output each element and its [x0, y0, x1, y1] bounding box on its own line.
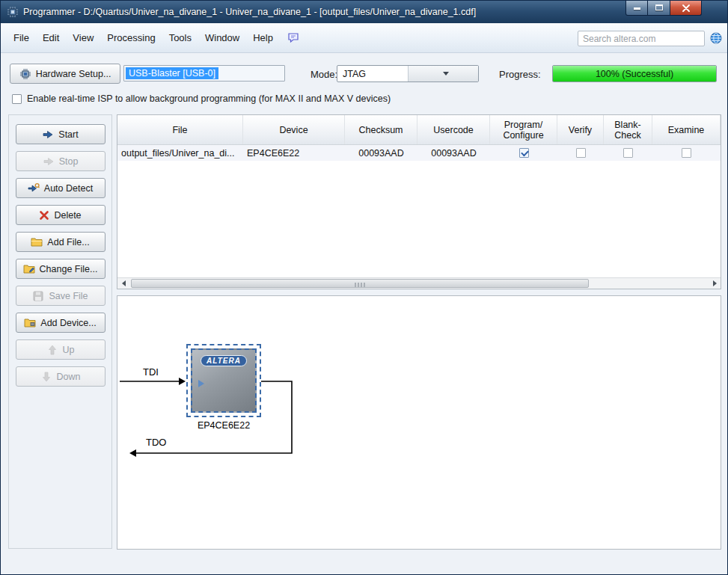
col-device[interactable]: Device: [243, 115, 345, 144]
add-file-button[interactable]: Add File...: [16, 232, 105, 252]
menu-window[interactable]: Window: [198, 29, 246, 46]
search-input[interactable]: [578, 31, 705, 46]
play-triangle-icon: [198, 380, 204, 387]
hardware-chip-icon: [19, 68, 31, 80]
feedback-bubble-icon[interactable]: [287, 32, 299, 43]
horizontal-scrollbar[interactable]: [117, 277, 721, 289]
stop-icon: [43, 156, 55, 167]
blank-check-checkbox[interactable]: [623, 148, 633, 158]
menu-help[interactable]: Help: [246, 29, 280, 46]
mode-label: Mode:: [311, 69, 337, 80]
hardware-setup-label: Hardware Setup...: [36, 69, 111, 79]
change-file-icon: [23, 263, 35, 275]
scrollbar-thumb[interactable]: [131, 279, 589, 288]
save-file-icon: [32, 290, 44, 302]
isp-row: Enable real-time ISP to allow background…: [12, 93, 391, 104]
examine-checkbox[interactable]: [682, 148, 691, 158]
menu-edit[interactable]: Edit: [36, 29, 66, 46]
programmer-window: Programmer - D:/Quartus/Univer_na_divane…: [0, 0, 728, 575]
close-button[interactable]: [670, 1, 702, 16]
change-file-label: Change File...: [40, 264, 98, 274]
maximize-button[interactable]: [648, 1, 670, 16]
add-device-label: Add Device...: [40, 318, 96, 328]
cell-checksum: 00093AAD: [345, 145, 417, 161]
col-verify[interactable]: Verify: [557, 115, 604, 144]
up-label: Up: [63, 345, 75, 355]
window-controls: [625, 1, 702, 16]
sidebar: Start Stop Auto Detect Delete Add File..…: [8, 114, 112, 549]
add-file-icon: [31, 236, 43, 248]
start-button[interactable]: Start: [16, 124, 105, 144]
scroll-right-arrow[interactable]: [709, 278, 721, 289]
auto-detect-button[interactable]: Auto Detect: [16, 178, 105, 198]
add-device-icon: [24, 317, 36, 329]
menu-file[interactable]: File: [7, 29, 36, 46]
cell-usercode: 00093AAD: [417, 145, 490, 161]
tdi-label: TDI: [143, 366, 159, 378]
hardware-field: USB-Blaster [USB-0]: [123, 65, 285, 82]
device-chip[interactable]: ALTERA: [186, 344, 261, 417]
close-icon: [682, 4, 690, 12]
chip-name: EP4CE6E22: [171, 420, 276, 431]
hardware-value: USB-Blaster [USB-0]: [126, 67, 218, 79]
mode-select[interactable]: JTAG: [337, 65, 479, 82]
save-file-button[interactable]: Save File: [16, 286, 105, 306]
minimize-icon: [634, 7, 640, 10]
stop-button[interactable]: Stop: [16, 151, 105, 171]
auto-detect-label: Auto Detect: [44, 183, 93, 194]
tdo-label: TDO: [146, 437, 166, 448]
col-examine[interactable]: Examine: [652, 115, 721, 144]
add-file-label: Add File...: [47, 237, 89, 247]
jtag-chain-panel: TDI TDO ALTERA EP4CE6E22: [117, 295, 721, 550]
chevron-down-icon[interactable]: [408, 66, 479, 82]
verify-checkbox[interactable]: [576, 148, 586, 158]
progress-text: 100% (Successful): [596, 69, 673, 79]
delete-icon: [39, 210, 49, 221]
col-file[interactable]: File: [117, 115, 243, 144]
minimize-button[interactable]: [625, 1, 648, 16]
change-file-button[interactable]: Change File...: [16, 259, 105, 279]
cell-device: EP4CE6E22: [243, 145, 345, 161]
app-icon: [7, 6, 19, 18]
program-configure-checkbox[interactable]: [519, 148, 529, 158]
stop-label: Stop: [59, 156, 79, 167]
start-label: Start: [58, 129, 78, 140]
isp-label: Enable real-time ISP to allow background…: [27, 93, 391, 104]
save-file-label: Save File: [49, 291, 88, 301]
scrollbar-grip-icon: [355, 283, 365, 287]
globe-icon[interactable]: [710, 32, 722, 47]
col-checksum[interactable]: Checksum: [345, 115, 417, 144]
menu-tools[interactable]: Tools: [162, 29, 198, 46]
add-device-button[interactable]: Add Device...: [16, 313, 105, 333]
progress-fill: 100% (Successful): [553, 66, 716, 82]
mode-value: JTAG: [337, 69, 408, 79]
progress-bar: 100% (Successful): [552, 65, 717, 82]
window-title: Programmer - D:/Quartus/Univer_na_divane…: [23, 7, 476, 17]
auto-detect-icon: [28, 182, 40, 194]
table-header: File Device Checksum Usercode Program/ C…: [117, 115, 721, 145]
down-icon: [40, 371, 52, 383]
menu-view[interactable]: View: [66, 29, 100, 46]
isp-checkbox[interactable]: [12, 94, 22, 104]
progress-label: Progress:: [499, 69, 541, 80]
table-row[interactable]: output_files/Univer_na_di... EP4CE6E22 0…: [117, 145, 721, 161]
scroll-left-arrow[interactable]: [117, 278, 129, 289]
maximize-icon: [655, 4, 663, 10]
chip-body: ALTERA: [191, 348, 257, 413]
delete-label: Delete: [54, 210, 81, 221]
cell-file: output_files/Univer_na_di...: [117, 145, 243, 161]
up-button[interactable]: Up: [16, 339, 105, 360]
col-program-configure[interactable]: Program/ Configure: [490, 115, 557, 144]
title-bar[interactable]: Programmer - D:/Quartus/Univer_na_divane…: [1, 1, 727, 23]
start-icon: [42, 129, 54, 141]
up-icon: [46, 344, 58, 356]
hardware-setup-button[interactable]: Hardware Setup...: [10, 64, 120, 84]
delete-button[interactable]: Delete: [16, 205, 105, 225]
col-usercode[interactable]: Usercode: [417, 115, 490, 144]
down-label: Down: [57, 372, 81, 382]
menu-processing[interactable]: Processing: [100, 29, 162, 46]
menu-bar: File Edit View Processing Tools Window H…: [1, 23, 727, 53]
col-blank-check[interactable]: Blank- Check: [604, 115, 652, 144]
down-button[interactable]: Down: [16, 366, 105, 387]
file-table-panel: File Device Checksum Usercode Program/ C…: [117, 114, 721, 289]
